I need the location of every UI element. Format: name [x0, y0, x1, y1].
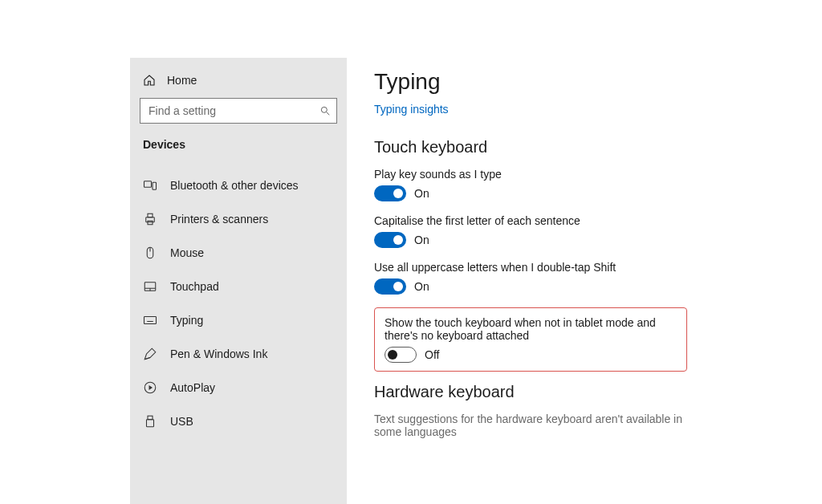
home-button[interactable]: Home — [140, 69, 337, 98]
toggle-capitalise[interactable] — [374, 232, 406, 248]
keyboard-icon — [143, 313, 157, 327]
toggle-show-touch-keyboard[interactable] — [385, 347, 417, 363]
sidebar-item-label: Typing — [170, 314, 203, 327]
svg-marker-20 — [149, 385, 153, 390]
sidebar-item-typing[interactable]: Typing — [140, 303, 337, 337]
setting-label: Play key sounds as I type — [374, 168, 695, 181]
setting-label: Show the touch keyboard when not in tabl… — [385, 316, 677, 342]
sidebar-item-touchpad[interactable]: Touchpad — [140, 270, 337, 303]
main-panel: Typing Typing insights Touch keyboard Pl… — [347, 58, 822, 504]
sidebar-item-printers[interactable]: Printers & scanners — [140, 202, 337, 236]
hardware-keyboard-heading: Hardware keyboard — [374, 383, 800, 401]
toggle-state: On — [414, 234, 429, 246]
svg-rect-22 — [147, 420, 154, 427]
svg-rect-12 — [144, 317, 157, 324]
sidebar-section-label: Devices — [140, 138, 337, 156]
devices-icon — [143, 178, 157, 193]
sidebar-item-label: USB — [170, 415, 193, 428]
svg-rect-4 — [146, 217, 155, 222]
touchpad-icon — [143, 279, 157, 294]
highlight-box: Show the touch keyboard when not in tabl… — [374, 307, 687, 372]
svg-rect-5 — [148, 213, 153, 217]
search-wrap — [140, 98, 337, 124]
svg-rect-2 — [144, 181, 152, 188]
toggle-play-sounds[interactable] — [374, 185, 406, 201]
usb-icon — [143, 414, 157, 429]
setting-show-touch-keyboard: Show the touch keyboard when not in tabl… — [385, 316, 677, 363]
sidebar-item-label: Mouse — [170, 246, 204, 259]
home-icon — [143, 74, 156, 87]
setting-label: Use all uppercase letters when I double-… — [374, 261, 695, 274]
toggle-uppercase-shift[interactable] — [374, 278, 406, 295]
toggle-state: Off — [425, 348, 439, 361]
nav-list: Bluetooth & other devices Printers & sca… — [140, 169, 337, 438]
sidebar-item-bluetooth[interactable]: Bluetooth & other devices — [140, 169, 337, 202]
svg-rect-6 — [148, 221, 153, 225]
printer-icon — [143, 212, 157, 226]
search-input[interactable] — [140, 98, 337, 124]
page-title: Typing — [374, 69, 800, 95]
sidebar-item-mouse[interactable]: Mouse — [140, 236, 337, 270]
svg-rect-21 — [148, 416, 153, 420]
setting-uppercase-shift: Use all uppercase letters when I double-… — [374, 261, 800, 295]
toggle-state: On — [414, 187, 429, 200]
pen-icon — [143, 347, 157, 361]
sidebar-item-label: Touchpad — [170, 280, 219, 293]
typing-insights-link[interactable]: Typing insights — [374, 103, 449, 116]
sidebar-item-label: AutoPlay — [170, 381, 215, 394]
sidebar-item-label: Bluetooth & other devices — [170, 179, 299, 192]
setting-play-sounds: Play key sounds as I type On — [374, 168, 800, 201]
sidebar: Home Devices Bluetooth & other devices — [130, 58, 347, 504]
autoplay-icon — [143, 380, 157, 395]
toggle-state: On — [414, 280, 429, 293]
sidebar-item-autoplay[interactable]: AutoPlay — [140, 371, 337, 404]
home-label: Home — [167, 74, 197, 87]
sidebar-item-pen[interactable]: Pen & Windows Ink — [140, 337, 337, 371]
sidebar-item-label: Printers & scanners — [170, 213, 268, 226]
touch-keyboard-heading: Touch keyboard — [374, 138, 800, 156]
setting-label: Capitalise the first letter of each sent… — [374, 214, 695, 227]
setting-capitalise: Capitalise the first letter of each sent… — [374, 214, 800, 248]
sidebar-item-label: Pen & Windows Ink — [170, 348, 267, 360]
mouse-icon — [143, 246, 157, 260]
svg-rect-3 — [153, 182, 157, 189]
hardware-keyboard-note: Text suggestions for the hardware keyboa… — [374, 413, 711, 438]
sidebar-item-usb[interactable]: USB — [140, 404, 337, 438]
